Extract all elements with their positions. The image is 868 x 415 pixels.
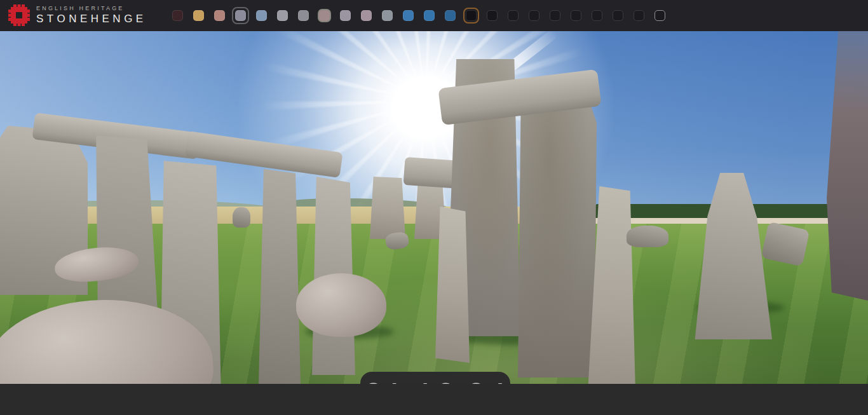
english-heritage-crenellated-icon xyxy=(8,4,31,27)
time-swatch-9[interactable] xyxy=(361,10,372,21)
brand-stonehenge: STONEHENGE xyxy=(36,13,147,25)
brand-english-heritage: ENGLISH HERITAGE xyxy=(36,5,147,11)
time-swatch-5[interactable] xyxy=(277,10,288,21)
time-swatch-7[interactable] xyxy=(318,9,331,22)
foreground-boulder-mid xyxy=(296,273,386,337)
trilithon-upright-right xyxy=(518,81,597,378)
time-swatch-15[interactable] xyxy=(487,10,498,21)
time-swatch-13[interactable] xyxy=(445,10,456,21)
time-swatch-4[interactable] xyxy=(256,10,267,21)
time-swatch-12[interactable] xyxy=(424,10,435,21)
time-swatch-2[interactable] xyxy=(214,10,225,21)
brand-text: ENGLISH HERITAGE STONEHENGE xyxy=(36,5,147,25)
time-swatch-19[interactable] xyxy=(571,10,581,21)
low-boulder-center-right xyxy=(627,226,668,247)
time-swatch-14[interactable] xyxy=(466,10,477,21)
time-swatch-16[interactable] xyxy=(508,10,519,21)
time-swatch-1[interactable] xyxy=(193,10,204,21)
panorama-viewport[interactable] xyxy=(0,31,868,384)
time-swatch-21[interactable] xyxy=(613,10,623,21)
time-swatch-3[interactable] xyxy=(235,10,246,21)
time-swatch-6[interactable] xyxy=(298,10,309,21)
skyscape-app: ENGLISH HERITAGE STONEHENGE xyxy=(0,0,868,415)
time-swatch-11[interactable] xyxy=(403,10,414,21)
bluestone-pillar-1 xyxy=(370,177,405,239)
time-swatch-18[interactable] xyxy=(550,10,560,21)
distant-small-stone xyxy=(233,207,250,228)
time-swatch-10[interactable] xyxy=(382,10,393,21)
english-heritage-logo[interactable]: ENGLISH HERITAGE STONEHENGE xyxy=(8,4,147,27)
top-bar: ENGLISH HERITAGE STONEHENGE xyxy=(0,0,868,31)
sarsen-upright-left-4 xyxy=(259,169,301,384)
time-swatch-0[interactable] xyxy=(172,10,183,21)
time-swatch-8[interactable] xyxy=(340,10,351,21)
time-swatch-22[interactable] xyxy=(634,10,644,21)
bottom-bar: Stop i About SUNRISE 01:38:29 SUNSET 16:… xyxy=(0,384,868,415)
front-slab xyxy=(435,207,470,363)
time-swatch-20[interactable] xyxy=(592,10,602,21)
time-swatch-23[interactable] xyxy=(654,10,665,21)
time-swatch-17[interactable] xyxy=(529,10,539,21)
hour-swatch-strip xyxy=(172,0,665,31)
